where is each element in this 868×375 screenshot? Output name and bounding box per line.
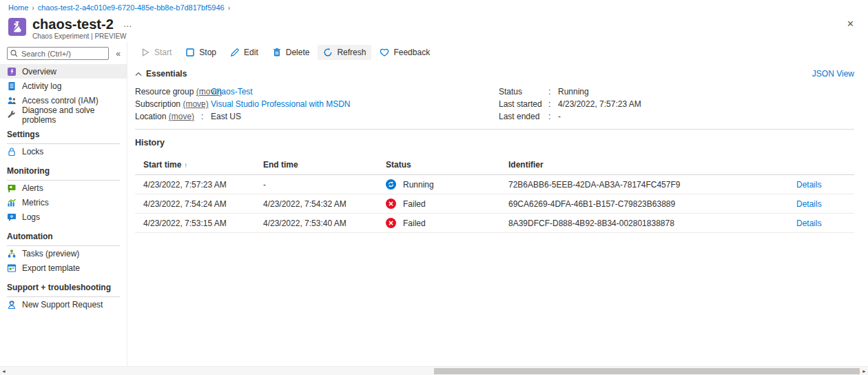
- trash-icon: [272, 48, 282, 57]
- sidebar-item-overview[interactable]: Overview: [0, 64, 127, 79]
- pencil-icon: [230, 48, 240, 57]
- overview-icon: [7, 67, 17, 77]
- sidebar-item-label: Diagnose and solve problems: [22, 105, 120, 125]
- table-row: 4/23/2022, 7:53:15 AM 4/23/2022, 7:53:40…: [135, 214, 854, 233]
- sidebar-item-metrics[interactable]: Metrics: [0, 195, 127, 210]
- location-label: Location: [135, 112, 166, 121]
- more-options-button[interactable]: …: [123, 21, 133, 28]
- sidebar-item-tasks[interactable]: Tasks (preview): [0, 246, 127, 261]
- start-time-cell: 4/23/2022, 7:54:24 AM: [143, 199, 263, 209]
- feedback-button[interactable]: Feedback: [374, 45, 435, 60]
- alerts-icon: [7, 183, 17, 193]
- sidebar-item-label: Logs: [22, 212, 40, 222]
- last-ended-label: Last ended: [499, 112, 548, 121]
- resource-menu-sidebar: « Overview Activity log Access control (…: [0, 41, 127, 375]
- sidebar-item-activity-log[interactable]: Activity log: [0, 79, 127, 93]
- essentials-toggle[interactable]: Essentials: [135, 69, 187, 79]
- sidebar-section-automation: Automation: [7, 230, 120, 246]
- essentials-row-location: Location (move) : East US: [135, 110, 499, 123]
- sidebar-item-label: Metrics: [22, 198, 49, 207]
- page-subtitle: Chaos Experiment | PREVIEW: [32, 32, 133, 40]
- title-block: chaos-test-2 … Chaos Experiment | PREVIE…: [32, 17, 133, 40]
- column-header-status[interactable]: Status: [386, 160, 508, 170]
- sidebar-item-logs[interactable]: Logs: [0, 210, 127, 224]
- play-icon: [141, 48, 150, 57]
- chevron-up-icon: [135, 72, 142, 77]
- status-text: Failed: [403, 199, 426, 209]
- collapse-sidebar-icon[interactable]: «: [112, 49, 124, 59]
- colon: :: [201, 99, 211, 109]
- colon: :: [548, 112, 558, 121]
- subscription-value-link[interactable]: Visual Studio Professional with MSDN: [211, 99, 351, 109]
- sidebar-item-diagnose[interactable]: Diagnose and solve problems: [0, 108, 127, 122]
- close-blade-button[interactable]: ✕: [847, 19, 854, 29]
- column-header-identifier[interactable]: Identifier: [508, 160, 796, 170]
- essentials-title: Essentials: [146, 69, 187, 79]
- breadcrumb-home-link[interactable]: Home: [8, 3, 28, 12]
- column-header-start-time[interactable]: Start time↑: [143, 160, 263, 170]
- search-icon: [10, 50, 18, 57]
- end-time-cell: -: [263, 180, 386, 190]
- stop-button[interactable]: Stop: [180, 45, 222, 60]
- support-request-icon: [7, 300, 17, 310]
- history-title: History: [135, 138, 854, 148]
- edit-label: Edit: [244, 48, 258, 57]
- scrollbar-thumb[interactable]: [434, 368, 860, 374]
- scroll-left-arrow[interactable]: ◄: [1, 367, 6, 375]
- delete-label: Delete: [286, 48, 310, 57]
- last-started-value: 4/23/2022, 7:57:23 AM: [558, 99, 641, 109]
- last-started-label: Last started: [499, 99, 548, 109]
- sidebar-item-label: Access control (IAM): [22, 96, 99, 105]
- essentials-row-last-started: Last started : 4/23/2022, 7:57:23 AM: [499, 98, 854, 110]
- start-time-cell: 4/23/2022, 7:53:15 AM: [143, 219, 263, 228]
- column-header-end-time[interactable]: End time: [263, 160, 386, 170]
- sidebar-item-export-template[interactable]: Export template: [0, 261, 127, 275]
- edit-button[interactable]: Edit: [225, 45, 264, 60]
- colon: :: [201, 87, 211, 97]
- stop-icon: [185, 48, 195, 57]
- essentials-row-subscription: Subscription (move) : Visual Studio Prof…: [135, 98, 499, 110]
- json-view-link[interactable]: JSON View: [812, 69, 854, 79]
- location-move-link[interactable]: (move): [169, 112, 194, 121]
- details-link[interactable]: Details: [796, 199, 822, 209]
- refresh-label: Refresh: [337, 48, 366, 57]
- running-status-icon: [386, 179, 396, 190]
- metrics-icon: [7, 198, 17, 207]
- resource-group-value-link[interactable]: Chaos-Test: [211, 87, 253, 97]
- failed-status-icon: [386, 218, 396, 228]
- logs-icon: [7, 212, 17, 222]
- search-input[interactable]: [7, 47, 109, 60]
- feedback-label: Feedback: [393, 48, 430, 57]
- identifier-cell: 69CA6269-4DFA-46B1-B157-C79823B63889: [508, 199, 796, 209]
- sidebar-item-locks[interactable]: Locks: [0, 144, 127, 159]
- start-button[interactable]: Start: [135, 45, 177, 60]
- scroll-right-arrow[interactable]: ►: [862, 367, 867, 375]
- start-time-cell: 4/23/2022, 7:57:23 AM: [143, 180, 263, 190]
- essentials-row-status: Status : Running: [499, 85, 854, 98]
- sidebar-item-alerts[interactable]: Alerts: [0, 181, 127, 195]
- sidebar-item-label: New Support Request: [22, 300, 103, 310]
- delete-button[interactable]: Delete: [267, 45, 316, 60]
- history-table: Start time↑ End time Status Identifier 4…: [135, 154, 854, 233]
- main-content: Start Stop Edit Delete Refresh: [127, 41, 868, 375]
- sort-ascending-icon: ↑: [184, 161, 187, 169]
- status-text: Failed: [403, 219, 426, 228]
- status-text: Running: [403, 180, 434, 190]
- colon: :: [201, 112, 211, 121]
- refresh-button[interactable]: Refresh: [318, 45, 371, 60]
- sidebar-section-settings: Settings: [7, 128, 120, 144]
- breadcrumb-resource-link[interactable]: chaos-test-2-a4c010e9-6720-485e-bb8e-b7d…: [38, 3, 225, 12]
- status-value: Running: [558, 87, 589, 97]
- lock-icon: [7, 147, 17, 156]
- horizontal-scrollbar[interactable]: ◄ ►: [0, 366, 868, 375]
- sidebar-item-label: Locks: [22, 147, 43, 156]
- location-value: East US: [211, 112, 241, 121]
- details-link[interactable]: Details: [796, 219, 822, 228]
- last-ended-value: -: [558, 112, 561, 121]
- details-link[interactable]: Details: [796, 180, 822, 190]
- breadcrumb-separator: ›: [32, 4, 34, 12]
- export-template-icon: [7, 263, 17, 273]
- end-time-cell: 4/23/2022, 7:54:32 AM: [263, 199, 386, 209]
- identifier-cell: 8A39DFCF-D888-4B92-8B34-002801838878: [508, 219, 796, 228]
- sidebar-item-new-support-request[interactable]: New Support Request: [0, 297, 127, 312]
